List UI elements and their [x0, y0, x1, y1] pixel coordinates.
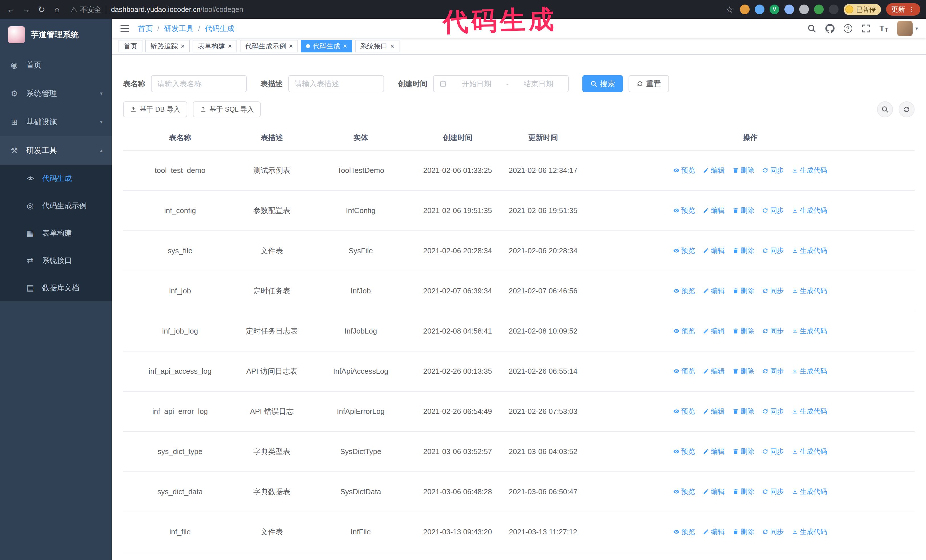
user-menu[interactable]: ▾	[897, 21, 918, 36]
close-icon[interactable]: ×	[228, 43, 232, 50]
help-icon[interactable]: ?	[844, 24, 852, 33]
sidebar-item-form-builder[interactable]: ▦ 表单构建	[0, 219, 112, 247]
action-preview[interactable]: 预览	[673, 487, 695, 496]
action-edit[interactable]: 编辑	[703, 487, 725, 496]
search-icon[interactable]	[807, 24, 816, 33]
action-preview[interactable]: 预览	[673, 246, 695, 255]
action-sync[interactable]: 同步	[762, 527, 784, 536]
reset-button[interactable]: 重置	[628, 75, 669, 92]
search-button[interactable]: 搜索	[583, 75, 623, 92]
bookmark-star-icon[interactable]: ☆	[725, 5, 735, 15]
table-desc-input[interactable]	[288, 75, 384, 92]
action-sync[interactable]: 同步	[762, 367, 784, 376]
action-edit[interactable]: 编辑	[703, 326, 725, 335]
action-sync[interactable]: 同步	[762, 326, 784, 335]
breadcrumb-home[interactable]: 首页	[138, 24, 153, 33]
fullscreen-icon[interactable]	[861, 24, 870, 33]
action-sync[interactable]: 同步	[762, 166, 784, 175]
action-sync[interactable]: 同步	[762, 447, 784, 456]
action-generate-code[interactable]: 生成代码	[792, 367, 827, 376]
action-preview[interactable]: 预览	[673, 527, 695, 536]
action-generate-code[interactable]: 生成代码	[792, 286, 827, 295]
action-preview[interactable]: 预览	[673, 286, 695, 295]
sidebar-item-infrastructure[interactable]: ⊞ 基础设施 ▾	[0, 108, 112, 136]
import-from-sql-button[interactable]: 基于 SQL 导入	[193, 101, 261, 117]
reload-icon[interactable]: ↻	[36, 5, 47, 15]
action-preview[interactable]: 预览	[673, 206, 695, 215]
action-generate-code[interactable]: 生成代码	[792, 166, 827, 175]
action-edit[interactable]: 编辑	[703, 407, 725, 416]
table-name-input[interactable]	[151, 75, 247, 92]
tab-system-api[interactable]: 系统接口 ×	[355, 40, 399, 53]
action-edit[interactable]: 编辑	[703, 447, 725, 456]
hamburger-icon[interactable]	[120, 24, 130, 33]
action-sync[interactable]: 同步	[762, 487, 784, 496]
import-from-db-button[interactable]: 基于 DB 导入	[123, 101, 187, 117]
sidebar-item-system-api[interactable]: ⇄ 系统接口	[0, 247, 112, 274]
action-delete[interactable]: 删除	[732, 367, 754, 376]
close-icon[interactable]: ×	[181, 43, 185, 50]
sidebar-item-codegen-example[interactable]: ◎ 代码生成示例	[0, 192, 112, 219]
extension-icon[interactable]	[740, 5, 750, 14]
extension-icon[interactable]: V	[770, 5, 779, 14]
action-delete[interactable]: 删除	[732, 527, 754, 536]
close-icon[interactable]: ×	[343, 43, 347, 50]
extension-icon[interactable]	[755, 5, 764, 14]
action-delete[interactable]: 删除	[732, 407, 754, 416]
date-range-picker[interactable]: 开始日期 - 结束日期	[433, 75, 569, 92]
action-preview[interactable]: 预览	[673, 367, 695, 376]
action-delete[interactable]: 删除	[732, 246, 754, 255]
tab-code-generation[interactable]: 代码生成 ×	[301, 40, 352, 53]
action-generate-code[interactable]: 生成代码	[792, 447, 827, 456]
refresh-table-button[interactable]	[899, 101, 915, 117]
sidebar-item-system-management[interactable]: ⚙ 系统管理 ▾	[0, 79, 112, 108]
extension-icon[interactable]	[829, 5, 838, 14]
close-icon[interactable]: ×	[289, 43, 293, 50]
action-delete[interactable]: 删除	[732, 447, 754, 456]
sidebar-item-home[interactable]: ◉ 首页	[0, 51, 112, 79]
action-preview[interactable]: 预览	[673, 166, 695, 175]
paused-badge[interactable]: 已暂停	[844, 4, 881, 15]
app-logo[interactable]: 芋道管理系统	[0, 19, 112, 51]
action-delete[interactable]: 删除	[732, 487, 754, 496]
toggle-search-button[interactable]	[877, 101, 893, 117]
extension-icon[interactable]	[814, 5, 824, 14]
breadcrumb-dev-tools[interactable]: 研发工具	[164, 24, 194, 33]
action-generate-code[interactable]: 生成代码	[792, 527, 827, 536]
action-edit[interactable]: 编辑	[703, 206, 725, 215]
github-icon[interactable]	[825, 24, 835, 33]
sidebar-item-dev-tools[interactable]: ⚒ 研发工具 ▴	[0, 136, 112, 165]
forward-icon[interactable]: →	[21, 5, 31, 14]
action-preview[interactable]: 预览	[673, 407, 695, 416]
extension-icon[interactable]	[799, 5, 809, 14]
kebab-icon[interactable]: ⋮	[908, 5, 915, 14]
action-sync[interactable]: 同步	[762, 286, 784, 295]
home-icon[interactable]: ⌂	[52, 5, 62, 14]
action-sync[interactable]: 同步	[762, 246, 784, 255]
sidebar-item-database-docs[interactable]: ▤ 数据库文档	[0, 274, 112, 301]
action-generate-code[interactable]: 生成代码	[792, 206, 827, 215]
action-sync[interactable]: 同步	[762, 407, 784, 416]
tab-trace[interactable]: 链路追踪 ×	[145, 40, 190, 53]
update-button[interactable]: 更新 ⋮	[886, 3, 920, 16]
action-sync[interactable]: 同步	[762, 206, 784, 215]
action-delete[interactable]: 删除	[732, 206, 754, 215]
sidebar-item-code-generation[interactable]: </> 代码生成	[0, 165, 112, 192]
action-delete[interactable]: 删除	[732, 166, 754, 175]
action-delete[interactable]: 删除	[732, 286, 754, 295]
extension-icon[interactable]	[784, 5, 794, 14]
action-preview[interactable]: 预览	[673, 326, 695, 335]
url-bar[interactable]: ⚠ 不安全 dashboard.yudao.iocoder.cn/tool/co…	[71, 5, 719, 14]
tab-home[interactable]: 首页	[118, 40, 142, 53]
action-edit[interactable]: 编辑	[703, 286, 725, 295]
tab-form-builder[interactable]: 表单构建 ×	[193, 40, 237, 53]
action-generate-code[interactable]: 生成代码	[792, 407, 827, 416]
action-edit[interactable]: 编辑	[703, 527, 725, 536]
close-icon[interactable]: ×	[390, 43, 394, 50]
action-preview[interactable]: 预览	[673, 447, 695, 456]
action-delete[interactable]: 删除	[732, 326, 754, 335]
action-edit[interactable]: 编辑	[703, 246, 725, 255]
action-edit[interactable]: 编辑	[703, 166, 725, 175]
action-edit[interactable]: 编辑	[703, 367, 725, 376]
back-icon[interactable]: ←	[6, 5, 16, 14]
